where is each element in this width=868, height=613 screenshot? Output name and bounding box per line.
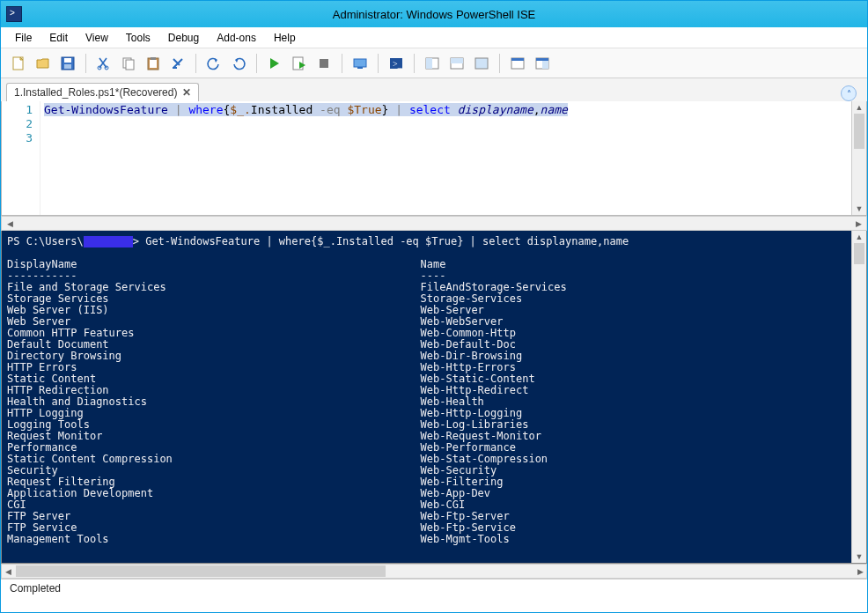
menu-addons[interactable]: Add-ons	[210, 30, 263, 46]
run-selection-button[interactable]	[289, 53, 310, 74]
console-vscrollbar[interactable]: ▲ ▼	[851, 231, 866, 563]
scroll-thumb[interactable]	[854, 114, 864, 149]
line-number: 2	[2, 117, 33, 131]
window-title: Administrator: Windows PowerShell ISE	[0, 8, 868, 21]
toolbar-separator	[195, 54, 196, 73]
scroll-right-icon[interactable]: ▶	[854, 567, 866, 576]
redo-button[interactable]	[228, 53, 249, 74]
menu-help[interactable]: Help	[267, 30, 303, 46]
svg-rect-21	[475, 58, 488, 69]
menu-view[interactable]: View	[78, 30, 115, 46]
show-command-button[interactable]	[507, 53, 528, 74]
scroll-up-icon[interactable]: ▲	[852, 101, 866, 114]
code-area[interactable]: Get-WindowsFeature | where{$_.Installed …	[40, 101, 851, 215]
toolbar-separator	[85, 54, 86, 73]
run-button[interactable]	[264, 53, 285, 74]
menu-tools[interactable]: Tools	[119, 30, 158, 46]
menu-edit[interactable]: Edit	[42, 30, 75, 46]
tabstrip: 1.Installed_Roles.ps1*(Recovered) ✕ ˄	[1, 78, 867, 101]
menu-file[interactable]: File	[8, 30, 39, 46]
toolbar-separator	[342, 54, 342, 73]
svg-rect-3	[64, 64, 71, 69]
paste-button[interactable]	[143, 53, 164, 74]
new-button[interactable]	[8, 53, 29, 74]
show-addon-button[interactable]	[532, 53, 553, 74]
toolbar: >_	[1, 48, 867, 78]
line-number: 1	[2, 103, 33, 117]
remote-button[interactable]	[349, 53, 371, 74]
scroll-left-icon[interactable]: ◀	[4, 219, 16, 228]
scroll-up-icon[interactable]: ▲	[852, 231, 866, 243]
svg-rect-18	[426, 58, 432, 69]
menu-debug[interactable]: Debug	[161, 30, 206, 46]
open-button[interactable]	[33, 53, 54, 74]
scroll-right-icon[interactable]: ▶	[852, 219, 864, 228]
stop-button[interactable]	[313, 53, 335, 74]
toolbar-separator	[378, 54, 379, 73]
scroll-down-icon[interactable]: ▼	[852, 203, 866, 215]
editor-vscrollbar[interactable]: ▲ ▼	[851, 101, 866, 215]
console-pane[interactable]: PS C:\Users\ > Get-WindowsFeature | wher…	[1, 231, 867, 564]
svg-rect-12	[320, 59, 328, 68]
line-number-gutter: 1 2 3	[2, 101, 40, 215]
svg-rect-13	[354, 59, 366, 67]
layout-1-button[interactable]	[422, 53, 443, 74]
copy-button[interactable]	[118, 53, 139, 74]
layout-3-button[interactable]	[471, 53, 492, 74]
svg-rect-9	[150, 60, 157, 68]
svg-rect-10	[151, 57, 156, 60]
powershell-button[interactable]: >_	[386, 53, 407, 74]
console-output[interactable]: PS C:\Users\ > Get-WindowsFeature | wher…	[2, 231, 851, 563]
status-bar: Completed	[1, 579, 867, 598]
tab-label: 1.Installed_Roles.ps1*(Recovered)	[14, 86, 177, 99]
layout-2-button[interactable]	[446, 53, 467, 74]
status-text: Completed	[10, 582, 61, 595]
titlebar: Administrator: Windows PowerShell ISE	[1, 1, 867, 27]
console-hscrollbar[interactable]: ◀ ▶	[1, 564, 867, 579]
collapse-script-button[interactable]: ˄	[841, 85, 857, 101]
toolbar-separator	[256, 54, 257, 73]
editor-hscrollbar[interactable]: ◀ ▶	[1, 216, 867, 231]
scroll-thumb[interactable]	[16, 565, 386, 577]
menubar: File Edit View Tools Debug Add-ons Help	[1, 27, 867, 48]
script-editor[interactable]: 1 2 3 Get-WindowsFeature | where{$_.Inst…	[1, 101, 867, 216]
svg-rect-2	[64, 58, 71, 63]
svg-text:>_: >_	[393, 59, 403, 69]
scroll-left-icon[interactable]: ◀	[2, 567, 14, 576]
svg-rect-7	[126, 60, 134, 70]
toolbar-separator	[499, 54, 500, 73]
line-number: 3	[2, 131, 33, 145]
script-tab[interactable]: 1.Installed_Roles.ps1*(Recovered) ✕	[6, 83, 199, 101]
svg-rect-23	[511, 58, 524, 61]
svg-rect-26	[536, 58, 548, 61]
close-icon[interactable]: ✕	[182, 86, 191, 99]
scroll-down-icon[interactable]: ▼	[852, 550, 866, 563]
toolbar-separator	[414, 54, 415, 73]
undo-button[interactable]	[203, 53, 224, 74]
save-button[interactable]	[57, 53, 78, 74]
svg-rect-20	[451, 58, 463, 63]
scroll-thumb[interactable]	[854, 243, 864, 264]
svg-rect-14	[357, 67, 363, 69]
cut-button[interactable]	[93, 53, 114, 74]
clear-button[interactable]	[167, 53, 188, 74]
